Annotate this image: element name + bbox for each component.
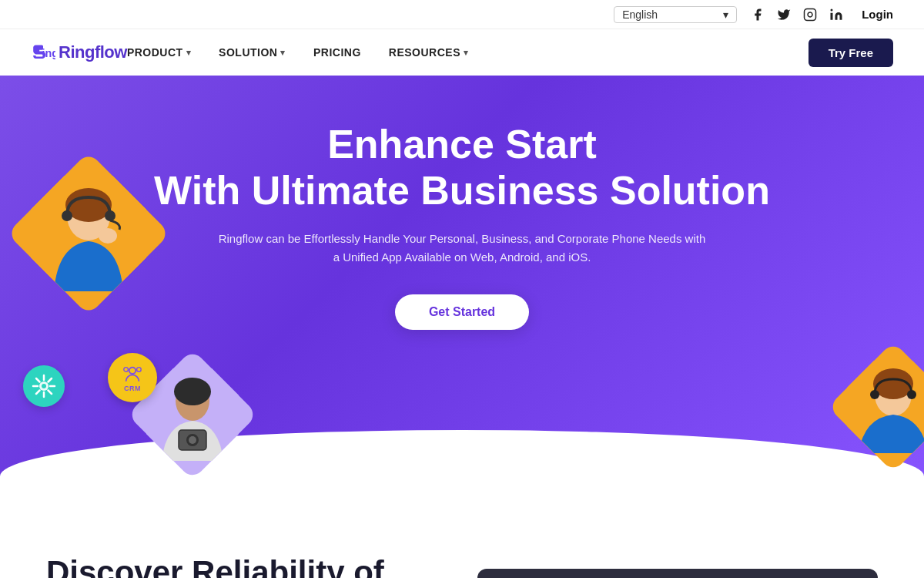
svg-point-12 bbox=[124, 368, 129, 372]
hero-image-woman-right bbox=[847, 361, 924, 453]
svg-point-28 bbox=[189, 436, 196, 444]
svg-line-22 bbox=[36, 391, 40, 395]
chevron-down-icon: ▾ bbox=[723, 8, 728, 21]
svg-line-21 bbox=[49, 378, 52, 382]
logo[interactable]: ingflow Ringflow bbox=[31, 40, 127, 65]
svg-point-8 bbox=[105, 210, 116, 221]
svg-text:ingflow: ingflow bbox=[42, 47, 55, 59]
language-selector[interactable]: English ▾ bbox=[614, 6, 737, 23]
svg-point-7 bbox=[62, 210, 72, 221]
nav-solution[interactable]: SOLUTION ▾ bbox=[219, 46, 286, 59]
svg-point-2 bbox=[831, 8, 833, 11]
hero-image-woman bbox=[31, 176, 146, 291]
navbar: ingflow Ringflow PRODUCT ▾ SOLUTION ▾ PR… bbox=[0, 29, 924, 76]
svg-point-33 bbox=[907, 390, 916, 399]
hero-title: Enhance Start With Ultimate Business Sol… bbox=[154, 122, 770, 214]
nav-pricing[interactable]: PRICING bbox=[313, 46, 361, 59]
solution-chevron-icon: ▾ bbox=[280, 48, 286, 58]
discover-title: Discover Reliability of bbox=[46, 553, 447, 578]
bottom-right bbox=[477, 553, 878, 578]
svg-line-20 bbox=[49, 391, 52, 395]
login-button[interactable]: Login bbox=[862, 8, 893, 21]
instagram-icon[interactable] bbox=[802, 6, 819, 23]
svg-point-32 bbox=[870, 390, 879, 399]
bottom-left: Discover Reliability of bbox=[46, 553, 447, 578]
social-icons bbox=[749, 6, 845, 23]
resources-chevron-icon: ▾ bbox=[464, 48, 469, 58]
svg-point-11 bbox=[137, 368, 142, 372]
svg-line-19 bbox=[36, 378, 40, 382]
product-chevron-icon: ▾ bbox=[186, 48, 192, 58]
nav-resources[interactable]: RESOURCES ▾ bbox=[389, 46, 469, 59]
svg-point-25 bbox=[174, 378, 211, 405]
hero-image-man bbox=[146, 368, 239, 461]
hero-subtitle: Ringflow can be Effortlessly Handle Your… bbox=[216, 230, 708, 267]
facebook-icon[interactable] bbox=[749, 6, 766, 23]
crm-label: CRM bbox=[124, 385, 141, 392]
nav-product[interactable]: PRODUCT ▾ bbox=[127, 46, 191, 59]
svg-rect-0 bbox=[805, 8, 816, 20]
app-preview bbox=[477, 569, 878, 578]
bottom-section: Discover Reliability of bbox=[0, 507, 924, 578]
nav-links: PRODUCT ▾ SOLUTION ▾ PRICING RESOURCES ▾ bbox=[127, 46, 808, 59]
crm-badge: CRM bbox=[108, 353, 157, 402]
svg-point-14 bbox=[42, 384, 46, 388]
linkedin-icon[interactable] bbox=[828, 6, 845, 23]
svg-point-9 bbox=[99, 228, 117, 244]
twitter-icon[interactable] bbox=[775, 6, 792, 23]
svg-point-10 bbox=[129, 368, 136, 374]
language-label: English bbox=[622, 8, 658, 21]
try-free-button[interactable]: Try Free bbox=[808, 39, 893, 67]
top-bar: English ▾ Login bbox=[0, 0, 924, 29]
virus-badge bbox=[23, 365, 65, 407]
svg-point-6 bbox=[65, 188, 112, 222]
get-started-button[interactable]: Get Started bbox=[395, 294, 529, 330]
logo-text: Ringflow bbox=[59, 42, 127, 62]
hero-section: CRM bbox=[0, 76, 924, 507]
